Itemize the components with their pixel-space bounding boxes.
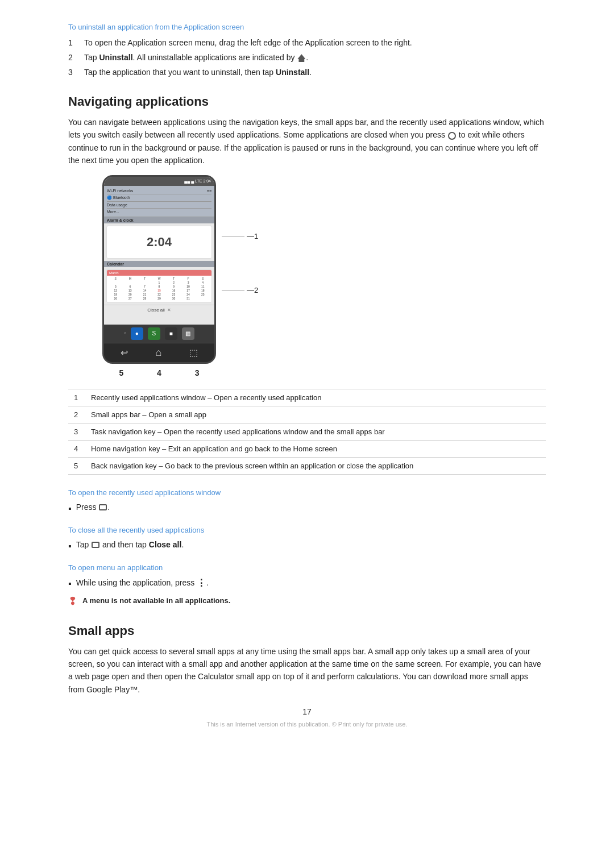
recently-used-text: Press . [76, 501, 110, 513]
close-all-link: To close all the recently used applicati… [68, 526, 546, 534]
phone-number-3: 3 [195, 368, 200, 377]
uninstall-section-link: To uninstall an application from the App… [68, 23, 546, 31]
rect-icon-1 [99, 504, 107, 510]
step-number-3: 3 [68, 67, 78, 78]
phone-numbers-row: 5 4 3 [102, 368, 216, 377]
warning-text: A menu is not available in all applicati… [82, 596, 230, 605]
desc-text-3: Task navigation key – Open the recently … [85, 423, 546, 440]
cal-grid: SMTWTFS 1234 567891011 12131415161718 19… [109, 277, 210, 300]
small-apps-bar: ^ ● S ■ ▩ [104, 325, 214, 343]
desc-row-3: 3 Task navigation key – Open the recentl… [68, 423, 546, 440]
menu-dots-icon: ⋮ [197, 576, 206, 590]
callout-number-1: —1 [247, 232, 258, 240]
step-number-1: 1 [68, 37, 78, 49]
phone-nav-bar: ↩ ⌂ ⬚ [104, 343, 214, 362]
desc-row-2: 2 Small apps bar – Open a small app [68, 406, 546, 423]
callout-1: —1 [222, 232, 258, 240]
page-number: 17 [68, 707, 546, 716]
close-all-text: Close all [147, 308, 165, 313]
chevron-icon: ^ [124, 331, 126, 336]
settings-row-wifi: Wi-Fi networks≡≡ [107, 188, 211, 194]
close-all-bullet: ▪ Tap and then tap Close all. [68, 539, 546, 553]
warning-icon: ❢ [68, 595, 77, 608]
circle-icon [448, 132, 456, 140]
phone-number-4: 4 [157, 368, 161, 377]
home-icon [297, 54, 305, 62]
phone-number-5: 5 [119, 368, 123, 377]
clock-widget: 2:04 [106, 226, 212, 259]
open-menu-bullet: ▪ While using the application, press ⋮. [68, 576, 546, 591]
recently-used-link: To open the recently used applications w… [68, 488, 546, 497]
small-app-icon-3: ■ [165, 327, 177, 340]
desc-text-2: Small apps bar – Open a small app [85, 406, 546, 423]
bullet-dot-1: ▪ [68, 502, 72, 516]
desc-row-5: 5 Back navigation key – Go back to the p… [68, 457, 546, 474]
small-app-icon-2: S [148, 327, 160, 340]
callout-number-2: —2 [247, 286, 258, 294]
settings-row-more: More... [107, 209, 211, 215]
clock-time: 2:04 [147, 235, 172, 250]
phone-section-title: Alarm & clock [104, 217, 214, 223]
close-all-bar: Close all ✕ [104, 305, 214, 315]
step-text-1: To open the Application screen menu, dra… [84, 37, 412, 49]
navigating-body: You can navigate between applications us… [68, 116, 546, 167]
uninstall-step-1: 1 To open the Application screen menu, d… [68, 37, 546, 49]
small-apps-heading: Small apps [68, 624, 546, 638]
desc-num-1: 1 [68, 389, 85, 406]
settings-row-bt: 🔵 Bluetooth [107, 194, 211, 202]
step-text-2: Tap Uninstall. All uninstallable applica… [84, 52, 308, 64]
settings-panel: Wi-Fi networks≡≡ 🔵 Bluetooth Data usage … [104, 186, 214, 217]
phone-status-bar: ▄▄ ▄ LTE 2:04 [104, 177, 214, 186]
desc-row-4: 4 Home navigation key – Exit an applicat… [68, 440, 546, 457]
task-nav-icon: ⬚ [189, 347, 198, 358]
bullet-dot-3: ▪ [68, 577, 72, 591]
cal-header: March [107, 270, 211, 276]
phone-screen: ▄▄ ▄ LTE 2:04 Wi-Fi networks≡≡ 🔵 Bluetoo… [104, 177, 214, 325]
callout-line-2 [222, 290, 244, 290]
desc-num-2: 2 [68, 406, 85, 423]
small-apps-body: You can get quick access to several smal… [68, 645, 546, 696]
phone-mockup: ▄▄ ▄ LTE 2:04 Wi-Fi networks≡≡ 🔵 Bluetoo… [102, 175, 216, 364]
small-app-icon-1: ● [131, 327, 143, 340]
recently-used-bullet: ▪ Press . [68, 501, 546, 516]
step-text-3: Tap the application that you want to uni… [84, 67, 312, 78]
desc-row-1: 1 Recently used applications window – Op… [68, 389, 546, 406]
close-all-text-body: Tap and then tap Close all. [76, 539, 184, 551]
uninstall-steps-list: 1 To open the Application screen menu, d… [68, 37, 546, 78]
phone-calendar-title: Calendar [104, 261, 214, 267]
calendar-widget: March SMTWTFS 1234 567891011 12131415161… [106, 269, 212, 302]
close-x-icon: ✕ [167, 308, 171, 313]
navigating-heading: Navigating applications [68, 94, 546, 109]
small-app-icon-4: ▩ [182, 327, 194, 340]
footer-note: This is an Internet version of this publ… [68, 721, 546, 728]
open-menu-text: While using the application, press ⋮. [76, 576, 209, 590]
settings-row-data: Data usage [107, 202, 211, 209]
desc-num-5: 5 [68, 457, 85, 474]
desc-text-4: Home navigation key – Exit an applicatio… [85, 440, 546, 457]
description-table: 1 Recently used applications window – Op… [68, 389, 546, 475]
warning-box: ❢ A menu is not available in all applica… [68, 596, 546, 608]
rect-icon-2 [92, 542, 99, 548]
callout-2: —2 [222, 286, 258, 294]
open-menu-link: To open menu an application [68, 563, 546, 572]
uninstall-step-3: 3 Tap the application that you want to u… [68, 67, 546, 78]
callout-area: —1 —2 [222, 232, 258, 294]
desc-num-4: 4 [68, 440, 85, 457]
desc-text-5: Back navigation key – Go back to the pre… [85, 457, 546, 474]
desc-num-3: 3 [68, 423, 85, 440]
desc-text-1: Recently used applications window – Open… [85, 389, 546, 406]
step-number-2: 2 [68, 52, 78, 64]
back-nav-icon: ↩ [121, 347, 128, 358]
uninstall-step-2: 2 Tap Uninstall. All uninstallable appli… [68, 52, 546, 64]
bullet-dot-2: ▪ [68, 539, 72, 553]
home-nav-icon: ⌂ [156, 347, 162, 359]
callout-line-1 [222, 236, 244, 236]
